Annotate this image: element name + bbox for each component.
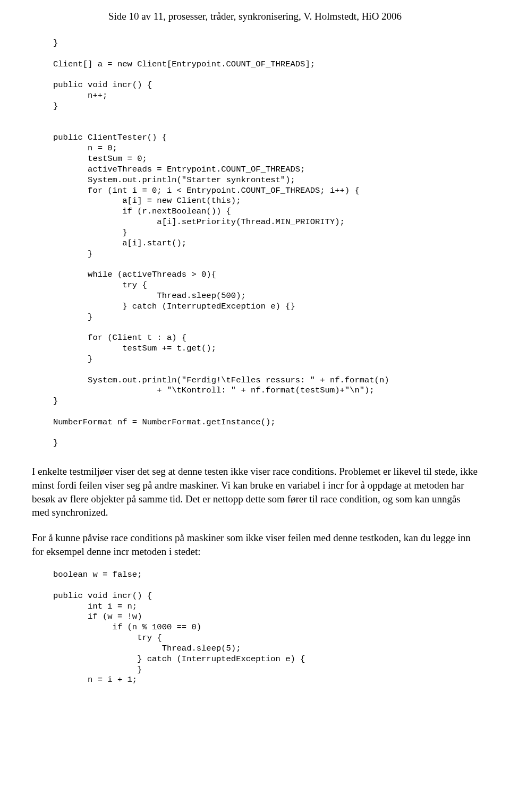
page-header: Side 10 av 11, prosesser, tråder, synkro… [32,11,478,22]
paragraph-2: For å kunne påvise race conditions på ma… [32,531,478,558]
paragraph-1: I enkelte testmiljøer viser det seg at d… [32,465,478,519]
code-block-2: boolean w = false; public void incr() { … [53,570,478,686]
header-text: Side 10 av 11, prosesser, tråder, synkro… [108,11,402,22]
code-block-1: } Client[] a = new Client[Entrypoint.COU… [53,38,478,449]
